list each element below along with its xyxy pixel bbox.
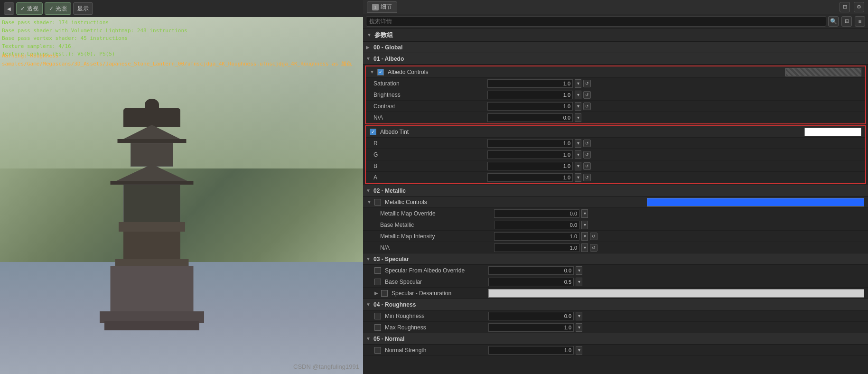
- albedo-tint-color[interactable]: [804, 128, 861, 136]
- max-roughness-spin[interactable]: ▾: [576, 323, 582, 332]
- metallic-map-intensity-input[interactable]: [494, 232, 579, 241]
- metallic-controls-label: Metallic Controls: [385, 199, 427, 206]
- section-specular[interactable]: ▼ 03 - Specular: [363, 253, 868, 265]
- section-metallic[interactable]: ▼ 02 - Metallic: [363, 185, 868, 196]
- section-roughness[interactable]: ▼ 04 - Roughness: [363, 299, 868, 310]
- panel-settings-icon[interactable]: ⚙: [854, 2, 864, 12]
- saturation-value-area: ▾ ↺: [487, 79, 861, 88]
- metallic-map-override-input[interactable]: [494, 209, 579, 218]
- albedo-na-input[interactable]: [487, 113, 573, 122]
- contrast-reset[interactable]: ↺: [583, 103, 591, 110]
- tint-g-value-area: ▾ ↺: [487, 150, 861, 159]
- tint-g-input[interactable]: [487, 150, 573, 159]
- max-roughness-checkbox[interactable]: [374, 324, 381, 331]
- tint-g-spin[interactable]: ▾: [575, 150, 581, 159]
- roughness-title: 04 - Roughness: [373, 301, 416, 308]
- tint-r-spin[interactable]: ▾: [575, 139, 581, 148]
- panel-title: 参数组: [374, 31, 393, 39]
- saturation-input[interactable]: [487, 79, 573, 88]
- section-normal[interactable]: ▼ 05 - Normal: [363, 333, 868, 345]
- albedo-controls-checkbox[interactable]: ✓: [377, 69, 384, 75]
- section-global[interactable]: ▶ 00 - Global: [363, 42, 868, 53]
- lantern-foot: [104, 321, 199, 330]
- min-roughness-checkbox[interactable]: [374, 313, 381, 319]
- tint-b-spin[interactable]: ▾: [575, 162, 581, 170]
- specular-from-albedo-spin[interactable]: ▾: [576, 266, 582, 275]
- specular-from-albedo-input[interactable]: [488, 266, 574, 275]
- metallic-map-override-spin[interactable]: ▾: [581, 209, 588, 218]
- section-albedo[interactable]: ▼ 01 - Albedo: [363, 53, 868, 65]
- specular-from-albedo-checkbox[interactable]: [374, 267, 381, 274]
- base-specular-label: Base Specular: [374, 279, 488, 285]
- tint-g-reset[interactable]: ↺: [583, 151, 591, 159]
- contrast-input[interactable]: [487, 102, 573, 111]
- specular-desaturation-color[interactable]: [488, 289, 864, 298]
- tint-a-input[interactable]: [487, 173, 573, 182]
- filter-icon[interactable]: ⊞: [841, 16, 852, 27]
- more-icon[interactable]: ≡: [855, 16, 865, 27]
- albedo-na-spin[interactable]: ▾: [575, 113, 581, 122]
- brightness-input[interactable]: [487, 91, 573, 99]
- metallic-map-intensity-spin[interactable]: ▾: [581, 232, 588, 241]
- albedo-tint-header[interactable]: ✓ Albedo Tint: [366, 126, 865, 138]
- contrast-spin[interactable]: ▾: [575, 102, 581, 111]
- right-panel: 1 细节 ⊞ ⚙ 🔍 ⊞ ≡ ▼ 参数组 ▶ 00 - Global ▼ 01 …: [363, 0, 868, 374]
- panel-grid-icon[interactable]: ⊞: [840, 2, 850, 12]
- specular-from-albedo-value: ▾: [488, 266, 864, 275]
- saturation-spin[interactable]: ▾: [575, 79, 581, 88]
- metallic-na-reset[interactable]: ↺: [590, 244, 597, 252]
- tint-r-input[interactable]: [487, 139, 573, 148]
- albedo-controls-header[interactable]: ▼ ✓ Albedo Controls: [366, 66, 865, 78]
- metallic-map-intensity-reset[interactable]: ↺: [590, 233, 597, 240]
- contrast-label: Contrast: [373, 103, 487, 110]
- brightness-label: Brightness: [373, 92, 487, 98]
- albedo-controls-texture[interactable]: [785, 68, 861, 76]
- normal-strength-spin[interactable]: ▾: [576, 346, 582, 355]
- albedo-tint-section: ✓ Albedo Tint R ▾ ↺ G ▾ ↺: [365, 125, 866, 184]
- min-roughness-spin[interactable]: ▾: [576, 312, 582, 320]
- contrast-row: Contrast ▾ ↺: [366, 101, 865, 112]
- metallic-na-input[interactable]: [494, 243, 579, 252]
- brightness-value-area: ▾ ↺: [487, 91, 861, 99]
- search-input[interactable]: [366, 16, 826, 27]
- base-metallic-input[interactable]: [494, 221, 579, 229]
- base-metallic-row: Base Metallic ▾: [363, 219, 868, 231]
- normal-strength-input[interactable]: [488, 346, 574, 355]
- max-roughness-input[interactable]: [488, 323, 574, 332]
- base-specular-spin[interactable]: ▾: [576, 278, 582, 286]
- max-roughness-value: ▾: [488, 323, 864, 332]
- panel-tab-details[interactable]: 1 细节: [367, 1, 397, 13]
- tint-r-reset[interactable]: ↺: [583, 140, 591, 147]
- search-icon-button[interactable]: 🔍: [828, 16, 839, 27]
- toolbar-arrow[interactable]: ◀: [4, 2, 14, 15]
- roughness-arrow: ▼: [366, 302, 372, 307]
- tint-a-reset[interactable]: ↺: [583, 174, 591, 181]
- metallic-na-spin[interactable]: ▾: [581, 243, 588, 252]
- perspective-button[interactable]: ✓ 透视: [16, 2, 43, 15]
- albedo-tint-checkbox[interactable]: ✓: [370, 129, 376, 135]
- metallic-controls-header[interactable]: ▼ Metallic Controls: [363, 196, 868, 208]
- base-specular-input[interactable]: [488, 278, 574, 286]
- lighting-label: 光照: [56, 5, 67, 13]
- albedo-arrow: ▼: [366, 56, 372, 61]
- tint-g-row: G ▾ ↺: [366, 149, 865, 160]
- show-button[interactable]: 显示: [73, 2, 93, 15]
- normal-strength-row: Normal Strength ▾: [363, 345, 868, 356]
- saturation-reset[interactable]: ↺: [583, 80, 591, 87]
- brightness-reset[interactable]: ↺: [583, 91, 591, 99]
- metallic-controls-color[interactable]: [647, 198, 864, 206]
- normal-strength-checkbox[interactable]: [374, 347, 381, 354]
- tint-b-input[interactable]: [487, 162, 573, 170]
- tint-b-reset[interactable]: ↺: [583, 162, 591, 170]
- base-metallic-spin[interactable]: ▾: [581, 221, 588, 229]
- brightness-spin[interactable]: ▾: [575, 91, 581, 99]
- tint-a-spin[interactable]: ▾: [575, 173, 581, 182]
- metallic-controls-checkbox[interactable]: [374, 199, 381, 206]
- lighting-button[interactable]: ✓ 光照: [45, 2, 71, 15]
- panel-title-row: ▼ 参数组: [363, 28, 868, 42]
- metallic-map-intensity-value: ▾ ↺: [494, 232, 864, 241]
- panel-content[interactable]: ▶ 00 - Global ▼ 01 - Albedo ▼ ✓ Albedo C…: [363, 42, 868, 374]
- specular-desaturation-checkbox[interactable]: [381, 290, 388, 297]
- min-roughness-input[interactable]: [488, 312, 574, 320]
- base-specular-checkbox[interactable]: [374, 279, 381, 285]
